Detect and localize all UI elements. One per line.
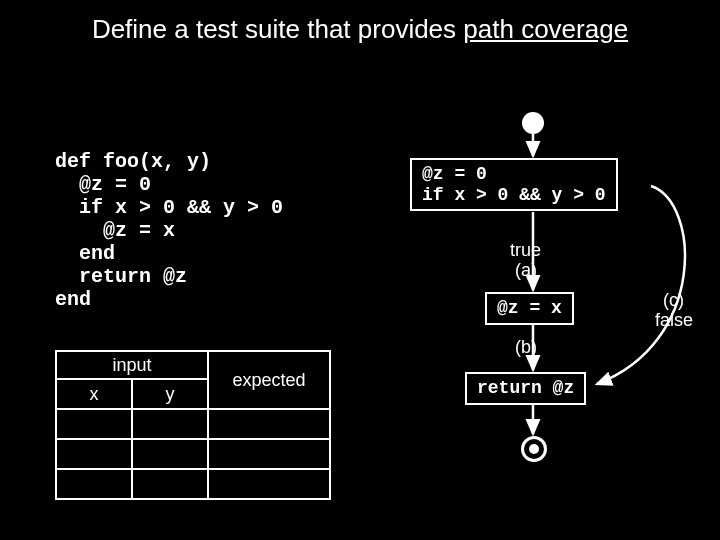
cell-expected	[208, 469, 330, 499]
flowchart: @z = 0 if x > 0 && y > 0 @z = x return @…	[395, 112, 715, 462]
start-node	[522, 112, 544, 134]
flow-node-return: return @z	[465, 372, 586, 405]
cell-x	[56, 409, 132, 439]
flow-node-init: @z = 0 if x > 0 && y > 0	[410, 158, 618, 211]
label-c: (c)	[663, 290, 684, 311]
title-underline: path coverage	[463, 14, 628, 44]
table-row	[56, 469, 330, 499]
expected-header: expected	[208, 351, 330, 409]
cell-y	[132, 439, 208, 469]
label-false: false	[655, 310, 693, 331]
cell-y	[132, 409, 208, 439]
label-a: (a)	[515, 260, 537, 281]
test-suite-table: input expected x y	[55, 350, 331, 500]
end-node-inner	[529, 444, 539, 454]
label-b: (b)	[515, 337, 537, 358]
x-header: x	[56, 379, 132, 409]
flow-node-assign: @z = x	[485, 292, 574, 325]
title-prefix: Define a test suite that provides	[92, 14, 463, 44]
code-listing: def foo(x, y) @z = 0 if x > 0 && y > 0 @…	[55, 150, 283, 311]
cell-expected	[208, 439, 330, 469]
cell-y	[132, 469, 208, 499]
cell-x	[56, 469, 132, 499]
label-true: true	[510, 240, 541, 261]
y-header: y	[132, 379, 208, 409]
cell-expected	[208, 409, 330, 439]
table-row	[56, 439, 330, 469]
input-header: input	[56, 351, 208, 379]
end-node	[521, 436, 547, 462]
table-row	[56, 409, 330, 439]
cell-x	[56, 439, 132, 469]
page-title: Define a test suite that provides path c…	[0, 14, 720, 45]
